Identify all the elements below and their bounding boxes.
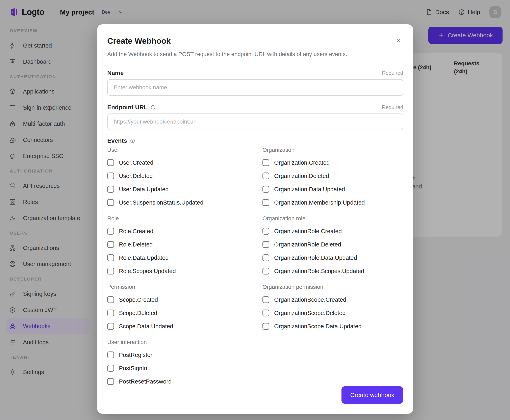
endpoint-required-badge: Required — [382, 104, 403, 110]
event-group-label: User interaction — [107, 339, 262, 346]
event-label: Organization.Deleted — [274, 173, 329, 179]
modal-close-button[interactable] — [394, 36, 403, 45]
modal-header: Create Webhook — [107, 36, 403, 46]
event-option-role-scopes-updated[interactable]: Role.Scopes.Updated — [107, 267, 262, 275]
event-option-organization-membership-updated[interactable]: Organization.Membership.Updated — [262, 199, 403, 207]
event-label: User.SuspensionStatus.Updated — [119, 199, 203, 206]
event-option-user-suspensionstatus-updated[interactable]: User.SuspensionStatus.Updated — [107, 199, 262, 207]
checkbox[interactable] — [107, 323, 114, 330]
checkbox[interactable] — [107, 159, 114, 166]
event-label: User.Data.Updated — [119, 186, 169, 193]
event-group-permission: PermissionScope.CreatedScope.DeletedScop… — [107, 284, 262, 330]
event-group-label: User — [107, 147, 262, 153]
event-option-role-deleted[interactable]: Role.Deleted — [107, 240, 262, 248]
name-required-badge: Required — [382, 70, 403, 76]
endpoint-field-label: Endpoint URL — [107, 104, 148, 111]
checkbox[interactable] — [262, 159, 269, 166]
event-option-organization-deleted[interactable]: Organization.Deleted — [262, 172, 403, 180]
event-label: Scope.Deleted — [119, 310, 157, 316]
checkbox[interactable] — [107, 172, 114, 179]
event-group-label: Organization — [262, 147, 403, 153]
event-option-scope-deleted[interactable]: Scope.Deleted — [107, 309, 262, 317]
event-option-user-created[interactable]: User.Created — [107, 159, 262, 167]
events-column-right: OrganizationOrganization.CreatedOrganiza… — [262, 144, 403, 386]
event-label: OrganizationRole.Scopes.Updated — [274, 268, 364, 275]
events-grid: UserUser.CreatedUser.DeletedUser.Data.Up… — [107, 144, 403, 386]
endpoint-url-input[interactable] — [107, 113, 403, 130]
event-option-postregister[interactable]: PostRegister — [107, 351, 262, 359]
checkbox[interactable] — [262, 310, 269, 316]
event-option-organizationscope-created[interactable]: OrganizationScope.Created — [262, 296, 403, 304]
checkbox[interactable] — [262, 323, 269, 330]
checkbox[interactable] — [262, 241, 269, 248]
event-group-label: Role — [107, 215, 262, 222]
event-label: PostRegister — [119, 352, 152, 358]
create-webhook-modal: Create Webhook Add the Webhook to send a… — [97, 24, 413, 414]
event-option-organization-created[interactable]: Organization.Created — [262, 159, 403, 167]
checkbox[interactable] — [107, 199, 114, 206]
modal-description: Add the Webhook to send a POST request t… — [107, 50, 403, 58]
event-option-user-data-updated[interactable]: User.Data.Updated — [107, 185, 262, 193]
name-field-head: Name Required — [107, 69, 403, 76]
create-webhook-submit-button[interactable]: Create webhook — [341, 386, 403, 404]
event-option-role-created[interactable]: Role.Created — [107, 227, 262, 235]
checkbox[interactable] — [262, 268, 269, 275]
event-label: PostResetPassword — [119, 378, 172, 385]
event-option-organization-data-updated[interactable]: Organization.Data.Updated — [262, 185, 403, 193]
event-option-role-data-updated[interactable]: Role.Data.Updated — [107, 254, 262, 262]
event-option-scope-data-updated[interactable]: Scope.Data.Updated — [107, 322, 262, 330]
checkbox[interactable] — [107, 310, 114, 316]
event-group-label: Permission — [107, 284, 262, 290]
checkbox[interactable] — [262, 172, 269, 179]
checkbox[interactable] — [107, 241, 114, 248]
event-group-label: Organization role — [262, 215, 403, 222]
event-option-postresetpassword[interactable]: PostResetPassword — [107, 377, 262, 386]
checkbox[interactable] — [107, 186, 114, 193]
event-group-organization-permission: Organization permissionOrganizationScope… — [262, 284, 403, 330]
event-label: OrganizationRole.Deleted — [274, 241, 341, 248]
screen: Logto My project Dev Docs Help S OVERVIE… — [0, 0, 510, 420]
events-head: Events — [107, 137, 403, 144]
event-option-organizationrole-deleted[interactable]: OrganizationRole.Deleted — [262, 240, 403, 248]
webhook-name-input[interactable] — [107, 79, 403, 96]
event-option-organizationscope-deleted[interactable]: OrganizationScope.Deleted — [262, 309, 403, 317]
event-label: Role.Created — [119, 228, 153, 235]
checkbox[interactable] — [262, 186, 269, 193]
event-label: Role.Scopes.Updated — [119, 268, 176, 275]
checkbox[interactable] — [262, 228, 269, 235]
event-option-postsignin[interactable]: PostSignIn — [107, 364, 262, 372]
checkbox[interactable] — [262, 199, 269, 206]
event-label: OrganizationScope.Data.Updated — [274, 323, 362, 330]
event-option-scope-created[interactable]: Scope.Created — [107, 296, 262, 304]
checkbox[interactable] — [107, 228, 114, 235]
event-option-organizationrole-scopes-updated[interactable]: OrganizationRole.Scopes.Updated — [262, 267, 403, 275]
event-group-role: RoleRole.CreatedRole.DeletedRole.Data.Up… — [107, 215, 262, 275]
event-option-organizationrole-data-updated[interactable]: OrganizationRole.Data.Updated — [262, 254, 403, 262]
event-label: Role.Deleted — [119, 241, 153, 248]
checkbox[interactable] — [107, 365, 114, 372]
event-label: OrganizationScope.Created — [274, 296, 346, 303]
name-field-group: Name Required — [107, 69, 403, 96]
checkbox[interactable] — [262, 296, 269, 303]
info-icon[interactable] — [130, 138, 135, 143]
events-section: Events UserUser.CreatedUser.DeletedUser.… — [107, 137, 403, 386]
event-label: Organization.Membership.Updated — [274, 199, 365, 206]
event-option-organizationscope-data-updated[interactable]: OrganizationScope.Data.Updated — [262, 322, 403, 330]
checkbox[interactable] — [107, 254, 114, 261]
info-icon[interactable] — [150, 105, 156, 110]
events-label: Events — [107, 137, 127, 144]
event-option-organizationrole-created[interactable]: OrganizationRole.Created — [262, 227, 403, 235]
event-label: Scope.Created — [119, 296, 158, 303]
checkbox[interactable] — [107, 296, 114, 303]
checkbox[interactable] — [107, 378, 114, 385]
event-label: OrganizationRole.Created — [274, 228, 342, 235]
event-label: PostSignIn — [119, 365, 147, 372]
event-label: OrganizationScope.Deleted — [274, 310, 346, 316]
event-option-user-deleted[interactable]: User.Deleted — [107, 172, 262, 180]
event-label: Organization.Data.Updated — [274, 186, 345, 193]
name-field-label: Name — [107, 69, 124, 76]
event-label: Role.Data.Updated — [119, 255, 169, 261]
checkbox[interactable] — [262, 254, 269, 261]
checkbox[interactable] — [107, 352, 114, 358]
checkbox[interactable] — [107, 268, 114, 275]
